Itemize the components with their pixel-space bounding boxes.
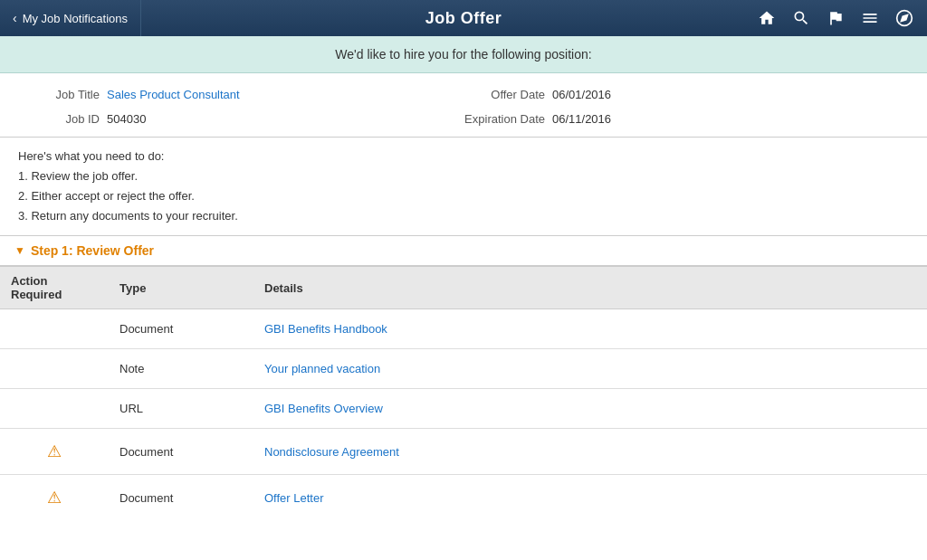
type-cell: Document <box>109 309 253 349</box>
job-id-row: Job ID 504030 <box>18 109 464 129</box>
search-icon[interactable] <box>786 3 817 33</box>
action-required-cell: ⚠ <box>0 429 109 475</box>
offer-date-value: 06/01/2016 <box>552 88 611 101</box>
flag-icon[interactable] <box>820 3 851 33</box>
table-row: ⚠DocumentNondisclosure Agreement <box>0 429 927 475</box>
action-required-cell <box>0 389 109 429</box>
details-link[interactable]: GBI Benefits Handbook <box>264 322 387 336</box>
col-action-required: Action Required <box>0 267 109 309</box>
action-required-cell <box>0 349 109 389</box>
main-content: We'd like to hire you for the following … <box>0 36 927 560</box>
job-info-section: Job Title Sales Product Consultant Offer… <box>0 73 927 138</box>
type-cell: Document <box>109 429 253 475</box>
offer-date-label: Offer Date <box>464 88 545 101</box>
details-link[interactable]: Nondisclosure Agreement <box>264 445 399 459</box>
app-header: ‹ My Job Notifications Job Offer <box>0 0 927 36</box>
warning-icon: ⚠ <box>47 489 62 507</box>
table-row: URLGBI Benefits Overview <box>0 389 927 429</box>
step1-arrow-icon: ▼ <box>14 244 25 257</box>
hire-banner: We'd like to hire you for the following … <box>0 36 927 73</box>
job-title-label: Job Title <box>18 88 100 101</box>
instructions-section: Here's what you need to do: 1. Review th… <box>0 138 927 236</box>
details-link[interactable]: GBI Benefits Overview <box>264 402 383 415</box>
details-cell: GBI Benefits Handbook <box>253 309 927 349</box>
step1-header: ▼ Step 1: Review Offer <box>0 236 927 266</box>
type-cell: URL <box>109 389 253 429</box>
details-cell: GBI Benefits Overview <box>253 389 927 429</box>
table-header-row: Action Required Type Details <box>0 267 927 309</box>
details-cell: Nondisclosure Agreement <box>253 429 927 475</box>
page-title: Job Offer <box>425 9 502 28</box>
details-link[interactable]: Your planned vacation <box>264 362 380 375</box>
back-label: My Job Notifications <box>23 12 128 25</box>
details-link[interactable]: Offer Letter <box>264 491 324 505</box>
job-id-label: Job ID <box>18 112 100 126</box>
instruction-step: 3. Return any documents to your recruite… <box>18 206 909 226</box>
job-id-value: 504030 <box>107 112 146 126</box>
table-row: DocumentGBI Benefits Handbook <box>0 309 927 349</box>
table-row: NoteYour planned vacation <box>0 349 927 389</box>
details-cell: Offer Letter <box>253 475 927 521</box>
warning-icon: ⚠ <box>47 442 62 460</box>
table-row: ⚠DocumentOffer Letter <box>0 475 927 521</box>
action-required-cell: ⚠ <box>0 475 109 521</box>
home-icon[interactable] <box>751 3 782 33</box>
details-cell: Your planned vacation <box>253 349 927 389</box>
expiration-date-value: 06/11/2016 <box>552 112 611 126</box>
back-button[interactable]: ‹ My Job Notifications <box>0 0 141 36</box>
menu-icon[interactable] <box>855 3 885 33</box>
instructions-intro: Here's what you need to do: <box>18 147 909 166</box>
offer-date-row: Offer Date 06/01/2016 <box>464 84 909 105</box>
banner-text: We'd like to hire you for the following … <box>335 47 591 62</box>
type-cell: Document <box>109 475 253 521</box>
header-icons <box>751 3 927 33</box>
action-required-cell <box>0 309 109 349</box>
job-title-value[interactable]: Sales Product Consultant <box>107 88 240 101</box>
instruction-step: 1. Review the job offer. <box>18 166 909 186</box>
compass-icon[interactable] <box>889 3 920 33</box>
back-arrow-icon: ‹ <box>13 11 17 25</box>
step1-title: Step 1: Review Offer <box>31 243 154 258</box>
svg-marker-1 <box>901 14 907 21</box>
job-title-row: Job Title Sales Product Consultant <box>18 84 464 105</box>
col-details: Details <box>253 267 927 309</box>
col-type: Type <box>109 267 253 309</box>
expiration-date-row: Expiration Date 06/11/2016 <box>464 109 909 129</box>
type-cell: Note <box>109 349 253 389</box>
review-table: Action Required Type Details DocumentGBI… <box>0 266 927 520</box>
expiration-date-label: Expiration Date <box>464 112 545 126</box>
instruction-step: 2. Either accept or reject the offer. <box>18 186 909 206</box>
